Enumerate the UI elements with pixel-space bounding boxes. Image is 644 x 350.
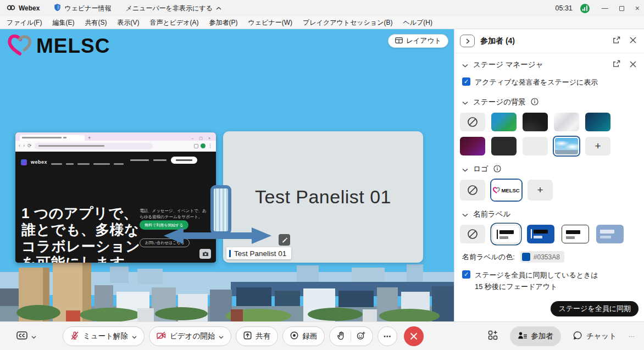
menu-breakout[interactable]: ブレイクアウトセッション(B) [303, 18, 392, 27]
minimize-button[interactable]: — [602, 5, 608, 12]
mic-muted-icon [70, 331, 79, 342]
layout-grid-icon [395, 37, 403, 45]
logo-option-melsc-selected[interactable]: MELSC [491, 180, 521, 201]
app-name: Webex [19, 4, 40, 12]
webex-webinar-window: Webex ウェビナー情報 メニューバーを非表示にする 05:31 — × ファ… [0, 0, 644, 350]
hide-menubar-button[interactable]: メニューバーを非表示にする [126, 4, 221, 13]
reactions-emoji-icon[interactable] [357, 331, 365, 342]
name-label-color-picker[interactable]: #0353A8 [520, 251, 564, 263]
add-logo-button[interactable]: + [528, 180, 553, 201]
webex-logo-icon [7, 4, 15, 13]
sync-fade-label-line1: ステージを全員に同期しているときは [475, 270, 598, 280]
menu-view[interactable]: 表示(V) [117, 18, 139, 27]
url-field [35, 143, 153, 149]
menu-file[interactable]: ファイル(F) [7, 18, 42, 27]
name-label-style-1-selected[interactable] [492, 225, 520, 243]
title-bar: Webex ウェビナー情報 メニューバーを非表示にする 05:31 — × [0, 0, 644, 16]
popout-stage-manager-icon[interactable] [612, 60, 620, 70]
shield-icon [54, 3, 61, 13]
site-header-cta [171, 157, 197, 164]
more-options-button[interactable]: ⋯ [377, 326, 397, 346]
info-icon[interactable] [531, 98, 538, 107]
close-panel-icon[interactable] [630, 37, 636, 45]
chevron-down-icon[interactable] [132, 332, 137, 341]
webinar-info-button[interactable]: ウェビナー情報 [54, 3, 111, 13]
leave-webinar-button[interactable] [404, 326, 424, 346]
melsc-heart-icon [8, 34, 32, 59]
color-hex-value: #0353A8 [534, 253, 560, 261]
chevron-down-icon[interactable] [462, 210, 468, 219]
name-label-style-3[interactable] [562, 225, 589, 243]
menu-participants[interactable]: 参加者(P) [209, 18, 238, 27]
popout-panel-icon[interactable] [612, 36, 620, 46]
background-none-option[interactable] [460, 113, 485, 131]
close-window-button[interactable]: × [635, 4, 640, 12]
horizontal-double-arrow [164, 226, 271, 245]
sync-fade-checkbox[interactable]: ✓ [462, 270, 470, 279]
closed-captions-button[interactable] [16, 331, 36, 342]
sync-stage-button[interactable]: ステージを全員に同期 [551, 301, 639, 316]
name-label-style-2[interactable] [527, 225, 554, 243]
raise-hand-icon[interactable] [337, 331, 345, 342]
logo-section-title: ロゴ [473, 164, 488, 174]
record-icon [290, 331, 298, 341]
menu-help[interactable]: ヘルプ(H) [403, 18, 432, 27]
maximize-button[interactable] [619, 6, 624, 11]
logo-none-option[interactable] [460, 180, 485, 201]
participants-toggle-button[interactable]: 参加者 [510, 326, 561, 346]
chevron-down-icon[interactable] [462, 98, 468, 107]
divider [351, 331, 351, 341]
menu-audio-video[interactable]: 音声とビデオ(A) [149, 18, 198, 27]
name-label-section-title: 名前ラベル [473, 209, 510, 219]
name-label-none-option[interactable] [460, 225, 485, 243]
city-skyline-background [0, 260, 454, 321]
extension-icon [194, 144, 198, 148]
chat-toggle-button[interactable]: チャット [573, 331, 617, 342]
background-option-teal-green[interactable] [491, 113, 517, 131]
info-icon[interactable] [493, 165, 501, 174]
chevron-down-icon [31, 331, 36, 341]
background-option-city-selected[interactable] [554, 137, 579, 155]
webpage-headline: 1 つのアプリで、 誰とでも、多様な コラボレーション を可能にします。 [21, 205, 140, 263]
chat-bubble-icon [573, 331, 582, 342]
share-button[interactable]: 共有 [236, 326, 278, 346]
apps-icon[interactable] [488, 330, 498, 342]
chevron-down-icon[interactable] [219, 332, 224, 341]
layout-button[interactable]: レイアウト [388, 34, 448, 48]
active-speaker-checkbox[interactable]: ✓ [462, 77, 470, 86]
name-label-style-4[interactable] [596, 225, 624, 243]
browser-menu-icon: ⋮ [208, 143, 213, 148]
background-option-black[interactable] [523, 113, 548, 131]
collapse-panel-button[interactable] [460, 35, 475, 47]
unmute-button[interactable]: ミュート解除 [63, 326, 145, 346]
profile-avatar-icon [201, 143, 206, 148]
webex-site-logo-text: webex [31, 159, 47, 165]
active-speaker-label: アクティブな発言者をステージに表示 [475, 77, 598, 87]
background-option-purple[interactable] [460, 137, 485, 155]
background-option-navy-teal[interactable] [585, 113, 610, 131]
sync-fade-label-line2: 15 秒後にフェードアウト [454, 282, 644, 292]
site-nav-links [51, 157, 127, 167]
participants-icon [518, 331, 527, 341]
menu-edit[interactable]: 編集(E) [52, 18, 74, 27]
connection-quality-icon[interactable] [580, 4, 590, 13]
background-option-light-gray[interactable] [523, 137, 548, 155]
add-background-button[interactable]: + [585, 137, 610, 155]
background-option-white-silk[interactable] [554, 113, 579, 131]
close-stage-manager-icon[interactable] [630, 61, 636, 69]
camera-overlay-icon [199, 249, 211, 259]
menu-share[interactable]: 共有(S) [85, 18, 107, 27]
name-label-accent-bar [229, 250, 231, 257]
toolbar-overflow-icon[interactable]: ⋯ [629, 333, 635, 340]
color-swatch [522, 253, 530, 261]
pencil-icon [281, 235, 287, 245]
background-option-charcoal[interactable] [491, 137, 517, 155]
edit-name-label-button[interactable] [279, 234, 290, 246]
menu-webinar[interactable]: ウェビナー(W) [248, 18, 292, 27]
brand-text: MELSC [36, 35, 110, 58]
record-button[interactable]: 録画 [282, 326, 325, 346]
start-video-button[interactable]: ビデオの開始 [149, 326, 231, 346]
chevron-down-icon[interactable] [462, 165, 468, 174]
chevron-down-icon[interactable] [462, 61, 468, 69]
reactions-group [329, 326, 373, 346]
